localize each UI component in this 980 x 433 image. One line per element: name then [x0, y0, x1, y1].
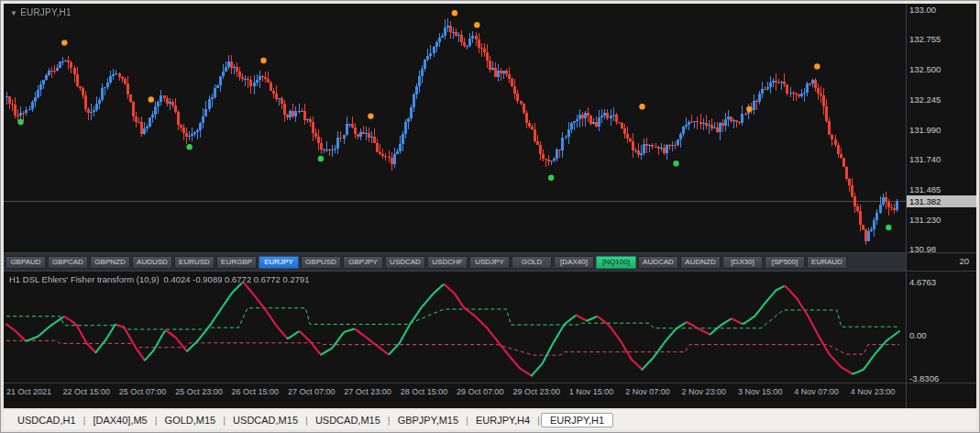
chart-tab-EURJPY-H1[interactable]: EURJPY,H1 [541, 413, 613, 427]
symbol-button-NQ100[interactable]: [NQ100] [596, 256, 636, 269]
symbol-button-EURGBP[interactable]: EURGBP [216, 256, 257, 269]
time-axis-label: 25 Oct 23:00 [175, 387, 223, 396]
symbol-button-GOLD[interactable]: GOLD [512, 256, 552, 269]
time-axis-label: 21 Oct 2021 [6, 387, 51, 396]
symbol-button-USDJPY[interactable]: USDJPY [469, 256, 510, 269]
time-axis-label: 4 Nov 23:00 [851, 387, 896, 396]
indicator-canvas[interactable] [4, 272, 906, 383]
time-axis-label: 2 Nov 23:00 [682, 387, 727, 396]
time-axis-label: 4 Nov 07:00 [794, 387, 839, 396]
symbol-button-EURAUD[interactable]: EURAUD [807, 256, 847, 269]
symbol-button-GBPUSD[interactable]: GBPUSD [301, 256, 341, 269]
time-axis-label: 26 Oct 15:00 [232, 387, 280, 396]
symbol-button-GBPJPY[interactable]: GBPJPY [343, 256, 383, 269]
time-axis-label: 1 Nov 15:00 [569, 387, 614, 396]
symbol-button-USDCAD[interactable]: USDCAD [385, 256, 425, 269]
symbol-button-EURJPY[interactable]: EURJPY [259, 256, 299, 269]
symbol-button-SP500[interactable]: [SP500] [765, 256, 805, 269]
volume-scale-label: 20 [907, 256, 969, 266]
time-axis-label: 27 Oct 23:00 [344, 387, 391, 396]
chart-tab-bar: USDCAD,H1|[DAX40],M5|GOLD,M15|USDCAD,M15… [4, 410, 976, 429]
chart-tab-USDCAD-M15[interactable]: USDCAD,M15 [226, 413, 304, 427]
price-tick-label: 131.485 [909, 184, 974, 194]
symbol-button-DJI30[interactable]: [DJI30] [722, 256, 763, 269]
time-axis-label: 3 Nov 15:00 [738, 387, 783, 396]
symbol-button-DAX40[interactable]: [DAX40] [554, 256, 594, 269]
time-axis-label: 28 Oct 15:00 [401, 387, 448, 396]
price-tick-label: 131.230 [909, 215, 974, 225]
chart-tab-USDCAD-H1[interactable]: USDCAD,H1 [11, 413, 83, 427]
chart-tab-GBPJPY-M15[interactable]: GBPJPY,M15 [391, 413, 465, 427]
symbol-button-AUDCAD[interactable]: AUDCAD [638, 256, 678, 269]
price-chart-canvas[interactable] [4, 4, 906, 252]
time-axis[interactable]: 21 Oct 202122 Oct 15:0025 Oct 07:0025 Oc… [4, 383, 906, 408]
symbol-button-AUDNZD[interactable]: AUDNZD [680, 256, 721, 269]
chart-tab--DAX40--M5[interactable]: [DAX40],M5 [86, 413, 153, 427]
symbol-button-GBPNZD[interactable]: GBPNZD [90, 256, 130, 269]
indicator-values: 0.4024 -0.9089 0.6772 0.6772 0.2791 [164, 274, 310, 284]
time-axis-label: 22 Oct 15:00 [62, 387, 110, 396]
indicator-subwindow[interactable] [4, 272, 906, 383]
price-tick-label: 131.990 [909, 125, 974, 135]
chart-title-text: EURJPY,H1 [20, 7, 72, 17]
chart-tab-EURJPY-H4[interactable]: EURJPY,H4 [469, 413, 536, 427]
indicator-tick-label: 4.6763 [909, 277, 974, 287]
price-tick-label: 132.500 [909, 64, 974, 74]
time-axis-label: 29 Oct 23:00 [512, 387, 560, 396]
chart-workspace: ▼EURJPY,H1 133.00132.755132.500132.24513… [4, 4, 976, 408]
collapse-chart-icon[interactable]: ▼ [10, 9, 17, 17]
time-axis-label: 2 Nov 07:00 [625, 387, 670, 396]
symbol-button-AUDUSD[interactable]: AUDUSD [132, 256, 172, 269]
chart-title: ▼EURJPY,H1 [10, 7, 72, 17]
symbol-button-GBPCAD[interactable]: GBPCAD [48, 256, 88, 269]
price-tick-label: 133.00 [909, 5, 974, 15]
indicator-title: H1 DSL Ehlers' Fisher transform (10,9)0.… [9, 274, 310, 284]
price-tick-label: 132.755 [909, 34, 974, 44]
symbol-toolbar: GBPAUDGBPCADGBPNZDAUDUSDEURUSDEURGBPEURJ… [4, 253, 906, 271]
time-axis-label: 27 Oct 07:00 [288, 387, 336, 396]
chart-tab-USDCAD-M15[interactable]: USDCAD,M15 [309, 413, 387, 427]
indicator-tick-label: -3.8306 [909, 373, 974, 383]
time-axis-label: 29 Oct 07:00 [457, 387, 504, 396]
symbol-button-GBPAUD[interactable]: GBPAUD [6, 256, 46, 269]
indicator-name: H1 DSL Ehlers' Fisher transform (10,9) [9, 274, 160, 284]
bid-price-label: 131.382 [907, 195, 976, 207]
chart-tab-GOLD-M15[interactable]: GOLD,M15 [159, 413, 223, 427]
symbol-button-USDCHF[interactable]: USDCHF [427, 256, 468, 269]
symbol-button-EURUSD[interactable]: EURUSD [174, 256, 215, 269]
price-tick-label: 132.245 [909, 94, 974, 105]
time-axis-label: 25 Oct 07:00 [119, 387, 167, 396]
price-tick-label: 130.98 [909, 244, 974, 254]
main-chart-area[interactable] [4, 4, 906, 252]
indicator-tick-label: 0.00 [909, 330, 974, 340]
price-tick-label: 131.740 [909, 154, 974, 164]
